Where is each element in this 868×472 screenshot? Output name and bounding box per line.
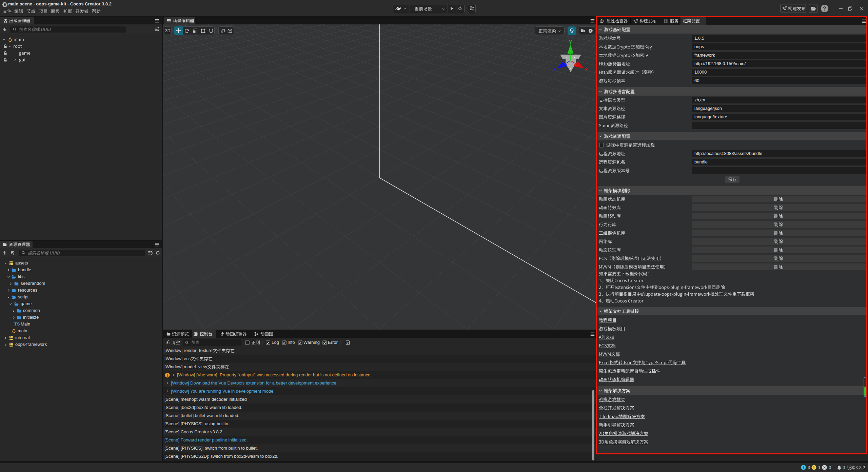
svg-text:?: ? — [823, 6, 826, 12]
svg-text:Y: Y — [569, 39, 572, 45]
svg-text:Z: Z — [553, 66, 556, 72]
svg-text:i: i — [803, 466, 804, 469]
svg-text:X: X — [585, 66, 588, 72]
